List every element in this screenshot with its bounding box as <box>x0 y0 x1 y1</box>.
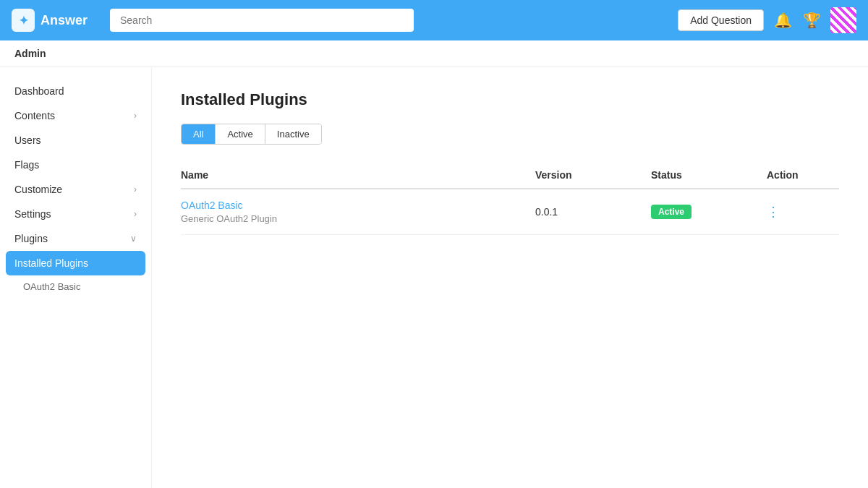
add-question-button[interactable]: Add Question <box>678 9 764 31</box>
plugin-status-cell: Active <box>651 205 767 219</box>
sidebar-item-customize[interactable]: Customize › <box>0 177 151 202</box>
sidebar-item-flags[interactable]: Flags <box>0 153 151 177</box>
sidebar-item-label: Flags <box>14 159 39 171</box>
page-title: Installed Plugins <box>181 90 839 109</box>
sidebar-item-users[interactable]: Users <box>0 128 151 153</box>
plugin-name-link[interactable]: OAuth2 Basic <box>181 200 535 211</box>
chevron-down-icon: ∨ <box>130 234 137 244</box>
table-header: Name Version Status Action <box>181 162 839 189</box>
col-status: Status <box>651 169 767 181</box>
notification-icon[interactable]: 🔔 <box>773 10 793 30</box>
sidebar-item-label: Users <box>14 134 41 146</box>
sidebar-item-label: Plugins <box>14 233 48 244</box>
sidebar-item-installed-plugins[interactable]: Installed Plugins <box>6 251 145 275</box>
main-content: Installed Plugins All Active Inactive Na… <box>152 67 868 488</box>
main-layout: Dashboard Contents › Users Flags Customi… <box>0 67 868 488</box>
sidebar-item-contents[interactable]: Contents › <box>0 103 151 128</box>
filter-tab-all[interactable]: All <box>182 124 216 144</box>
chevron-right-icon: › <box>134 209 137 219</box>
sidebar-item-label: Settings <box>14 208 51 220</box>
sidebar-sub-item-label: Installed Plugins <box>14 257 88 269</box>
filter-tab-inactive[interactable]: Inactive <box>265 124 321 144</box>
admin-label: Admin <box>14 48 46 59</box>
action-menu-button[interactable]: ⋮ <box>767 204 839 220</box>
trophy-icon[interactable]: 🏆 <box>801 10 822 30</box>
plugin-version: 0.0.1 <box>535 206 651 218</box>
avatar[interactable] <box>830 7 856 33</box>
plugin-name-cell: OAuth2 Basic Generic OAuth2 Plugin <box>181 200 535 224</box>
col-version: Version <box>535 169 651 181</box>
chevron-right-icon: › <box>134 111 137 121</box>
header-actions: Add Question 🔔 🏆 <box>678 7 856 33</box>
logo-icon: ✦ <box>12 9 35 32</box>
search-input[interactable] <box>110 9 414 32</box>
sidebar-sub-item-label: OAuth2 Basic <box>23 281 81 292</box>
sidebar-item-dashboard[interactable]: Dashboard <box>0 79 151 103</box>
sidebar-item-plugins[interactable]: Plugins ∨ <box>0 226 151 251</box>
sub-header: Admin <box>0 40 868 67</box>
header: ✦ Answer Add Question 🔔 🏆 <box>0 0 868 40</box>
sidebar-item-label: Customize <box>14 184 62 195</box>
filter-tab-active[interactable]: Active <box>216 124 265 144</box>
plugin-description: Generic OAuth2 Plugin <box>181 213 277 224</box>
logo-label: Answer <box>41 13 88 28</box>
filter-tabs: All Active Inactive <box>181 124 322 145</box>
chevron-right-icon: › <box>134 184 137 194</box>
col-name: Name <box>181 169 535 181</box>
status-badge: Active <box>651 205 692 219</box>
table-row: OAuth2 Basic Generic OAuth2 Plugin 0.0.1… <box>181 189 839 235</box>
logo: ✦ Answer <box>12 9 98 32</box>
sidebar-item-label: Dashboard <box>14 85 64 97</box>
plugins-table: Name Version Status Action OAuth2 Basic … <box>181 162 839 235</box>
sidebar: Dashboard Contents › Users Flags Customi… <box>0 67 152 488</box>
search-bar-container <box>110 9 414 32</box>
sidebar-item-label: Contents <box>14 110 55 121</box>
sidebar-item-oauth2-basic[interactable]: OAuth2 Basic <box>0 275 151 298</box>
sidebar-item-settings[interactable]: Settings › <box>0 202 151 226</box>
col-action: Action <box>767 169 839 181</box>
